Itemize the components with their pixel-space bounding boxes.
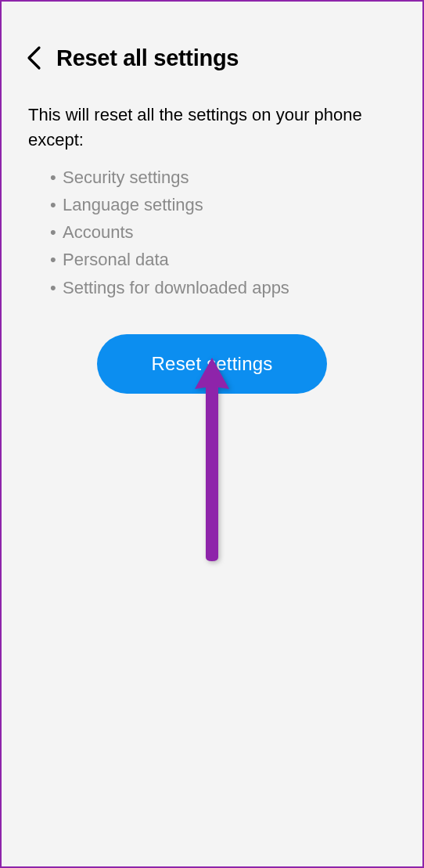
list-item: Settings for downloaded apps bbox=[50, 274, 399, 301]
description-text: This will reset all the settings on your… bbox=[28, 103, 399, 153]
list-item: Security settings bbox=[50, 164, 399, 191]
header: Reset all settings bbox=[25, 45, 399, 71]
list-item: Accounts bbox=[50, 218, 399, 246]
back-icon[interactable] bbox=[25, 45, 42, 71]
page-title: Reset all settings bbox=[56, 45, 239, 71]
list-item: Personal data bbox=[50, 246, 399, 273]
annotation-arrow-icon bbox=[189, 358, 235, 561]
exception-list: Security settings Language settings Acco… bbox=[50, 164, 399, 301]
list-item: Language settings bbox=[50, 191, 399, 218]
